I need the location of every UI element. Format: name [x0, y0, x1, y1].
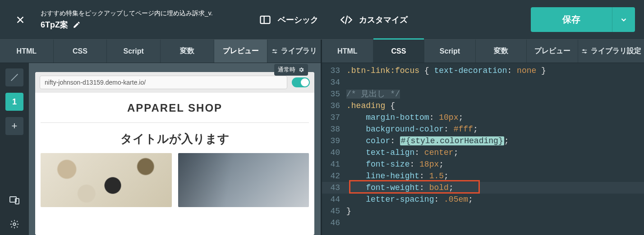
line-number: 37 [322, 112, 346, 123]
code-line-40[interactable]: 40 text-align: center; [322, 147, 644, 158]
gear-icon [298, 67, 304, 73]
rail-line-tool[interactable] [5, 68, 23, 86]
preview-page-content: APPAREL SHOP タイトルが入ります [35, 93, 314, 235]
tab-label: CSS [391, 47, 406, 55]
preview-url-input[interactable] [40, 76, 287, 89]
line-number: 35 [322, 88, 346, 100]
line-number: 42 [322, 170, 346, 182]
code-line-44[interactable]: 44 letter-spacing: .05em; [322, 194, 644, 205]
save-button[interactable]: 保存 [531, 7, 612, 32]
tab-label: HTML [337, 47, 357, 55]
view-basic[interactable]: ベーシック [257, 11, 320, 29]
preview-toggle[interactable] [292, 77, 310, 87]
svg-rect-0 [261, 16, 270, 23]
code-line-36[interactable]: 36.heading { [322, 100, 644, 112]
svg-point-5 [13, 223, 16, 226]
tab-ライブラリ[interactable]: ライブラリ [267, 40, 321, 63]
preview-state-badge[interactable]: 通常時 [274, 64, 308, 76]
tab-label: 変数 [180, 46, 194, 56]
code-content: font-size: 18px; [346, 158, 444, 170]
rail-devices-button[interactable] [5, 191, 23, 209]
left-panel: HTMLCSSScript変数プレビューライブラリ 1 + 通常時 [0, 40, 322, 235]
save-dropdown-button[interactable] [612, 7, 635, 32]
code-content: font-weight: bold; [346, 182, 454, 194]
code-line-33[interactable]: 33.btn-link:focus { text-decoration: non… [322, 65, 644, 77]
rail-add-page[interactable]: + [5, 117, 23, 135]
code-line-34[interactable]: 34 [322, 77, 644, 88]
right-panel: HTMLCSSScript変数プレビューライブラリ設定 33.btn-link:… [322, 40, 644, 235]
tab-変数[interactable]: 変数 [161, 40, 214, 63]
gear-bottom-icon [9, 219, 19, 229]
code-line-35[interactable]: 35/* 見出し */ [322, 88, 644, 100]
line-number: 44 [322, 194, 346, 205]
line-number: 36 [322, 100, 346, 112]
code-editor[interactable]: 33.btn-link:focus { text-decoration: non… [322, 63, 644, 235]
chevron-down-icon [620, 16, 628, 24]
code-line-41[interactable]: 41 font-size: 18px; [322, 158, 644, 170]
code-content: background-color: #fff; [346, 123, 478, 135]
tab-label: HTML [17, 47, 37, 55]
tab-プレビュー[interactable]: プレビュー [214, 40, 268, 63]
tab-label: プレビュー [223, 46, 259, 56]
title-block: おすすめ特集をピックアップしてページ内に埋め込み訴求_v. 6TpZ案 [41, 9, 239, 30]
line-icon [9, 72, 19, 82]
code-content: margin-bottom: 10px; [346, 112, 463, 123]
code-line-43[interactable]: 43 font-weight: bold; [322, 182, 644, 194]
code-content: .heading { [346, 100, 395, 112]
preview-shop-title: APPAREL SHOP [41, 102, 309, 114]
line-number: 43 [322, 182, 346, 194]
code-content: } [346, 205, 351, 217]
code-content: .btn-link:focus { text-decoration: none … [346, 65, 546, 77]
right-tabs: HTMLCSSScript変数プレビューライブラリ設定 [322, 40, 644, 63]
code-content: text-align: center; [346, 147, 458, 158]
tab-label: プレビュー [534, 46, 570, 56]
tab-label: Script [440, 47, 460, 55]
line-number: 38 [322, 123, 346, 135]
tab-html[interactable]: HTML [0, 40, 54, 63]
rail-settings-button[interactable] [5, 215, 23, 233]
left-tabs: HTMLCSSScript変数プレビューライブラリ [0, 40, 321, 63]
svg-point-2 [275, 52, 276, 53]
sliders-icon [581, 48, 588, 55]
tab-label: ライブラリ設定 [591, 46, 641, 56]
line-number: 33 [322, 65, 346, 77]
code-content: letter-spacing: .05em; [346, 194, 473, 205]
code-line-46[interactable]: 46 [322, 217, 644, 229]
title-short: 6TpZ案 [41, 19, 68, 30]
tab-html[interactable]: HTML [322, 40, 373, 63]
tab-css[interactable]: CSS [373, 40, 425, 63]
close-button[interactable] [0, 15, 41, 25]
rail-page-1[interactable]: 1 [5, 93, 23, 111]
preview-browser-frame: APPAREL SHOP タイトルが入ります [35, 72, 314, 235]
code-line-38[interactable]: 38 background-color: #fff; [322, 123, 644, 135]
code-line-37[interactable]: 37 margin-bottom: 10px; [322, 112, 644, 123]
code-content: /* 見出し */ [346, 88, 400, 100]
code-line-42[interactable]: 42 line-height: 1.5; [322, 170, 644, 182]
code-line-39[interactable]: 39 color: #{style.colorHeading}; [322, 135, 644, 147]
tab-label: CSS [73, 47, 87, 55]
line-number: 34 [322, 77, 346, 88]
sliders-icon [271, 48, 278, 55]
line-number: 40 [322, 147, 346, 158]
tab-ライブラリ設定[interactable]: ライブラリ設定 [578, 40, 644, 63]
view-customize[interactable]: カスタマイズ [338, 11, 409, 29]
devices-icon [9, 194, 20, 205]
close-icon [15, 15, 25, 25]
tab-css[interactable]: CSS [54, 40, 107, 63]
tab-変数[interactable]: 変数 [476, 40, 527, 63]
preview-heading: タイトルが入ります [41, 131, 309, 147]
tab-label: Script [124, 47, 144, 55]
preview-side-rail: 1 + [0, 63, 29, 235]
preview-image-2 [178, 153, 309, 207]
tab-script[interactable]: Script [107, 40, 161, 63]
code-content: line-height: 1.5; [346, 170, 449, 182]
code-line-45[interactable]: 45} [322, 205, 644, 217]
tab-プレビュー[interactable]: プレビュー [527, 40, 578, 63]
edit-title-icon[interactable] [73, 21, 81, 29]
view-basic-label: ベーシック [278, 14, 318, 25]
line-number: 45 [322, 205, 346, 217]
tab-script[interactable]: Script [424, 40, 476, 63]
svg-point-7 [585, 52, 586, 53]
divider [41, 122, 309, 123]
tab-label: ライブラリ [281, 46, 317, 56]
